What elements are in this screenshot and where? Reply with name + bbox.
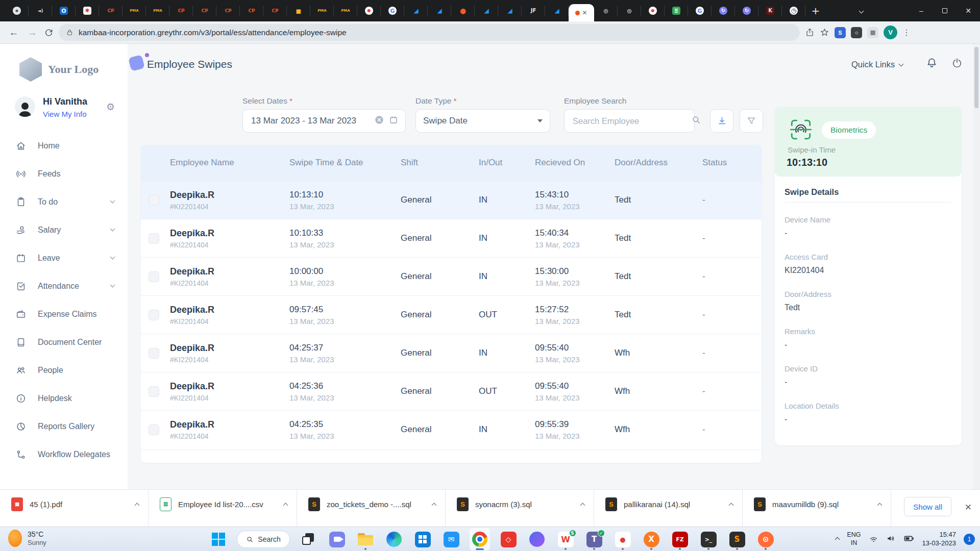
sidebar-item-expense-claims[interactable]: Expense Claims xyxy=(0,300,128,328)
extension-icon[interactable]: S xyxy=(835,27,846,38)
volume-icon[interactable] xyxy=(886,534,896,545)
chevron-up-icon[interactable] xyxy=(432,503,437,508)
weather-widget[interactable]: 35°C Sunny xyxy=(8,530,46,547)
tab-jf[interactable]: JF xyxy=(522,0,545,21)
filezilla-icon[interactable]: FZ xyxy=(670,528,690,550)
sidebar-item-document-center[interactable]: Document Center xyxy=(0,328,128,356)
terminal-icon[interactable]: >_ xyxy=(698,528,719,550)
tab-clock[interactable]: ◷ xyxy=(782,0,805,21)
sidebar-item-salary[interactable]: Salary xyxy=(0,216,128,244)
filter-button[interactable] xyxy=(740,109,763,133)
chat-icon[interactable] xyxy=(327,528,347,550)
sidebar-item-people[interactable]: People xyxy=(0,356,128,384)
minimize-button[interactable]: – xyxy=(910,0,933,21)
battery-icon[interactable] xyxy=(903,534,915,545)
row-checkbox[interactable] xyxy=(149,424,159,435)
edge-icon[interactable] xyxy=(384,528,404,550)
bookmark-star-icon[interactable] xyxy=(820,28,829,37)
refresh-button[interactable] xyxy=(44,28,54,37)
download-item[interactable]: Szoo_tickets_demo -....sql xyxy=(297,490,446,527)
row-checkbox[interactable] xyxy=(149,386,159,397)
profile-avatar[interactable]: V xyxy=(884,26,897,39)
calendar-icon[interactable] xyxy=(389,115,398,127)
ms-store-icon[interactable] xyxy=(412,528,433,550)
tab-cp[interactable]: CP xyxy=(216,0,240,21)
extension-icon[interactable]: ○ xyxy=(851,27,862,38)
browser-menu-icon[interactable]: ⋮ xyxy=(902,28,911,37)
tab-bookmark[interactable]: ✱ xyxy=(76,0,99,21)
sidebar-item-home[interactable]: Home xyxy=(0,132,128,160)
sidebar-item-leave[interactable]: Leave xyxy=(0,244,128,272)
table-row[interactable]: Deepika.R#KI220140410:13:1013 Mar, 2023G… xyxy=(141,181,762,219)
tab-map-pin[interactable]: ● xyxy=(357,0,381,21)
clock-widget[interactable]: 15:47 13-03-2023 xyxy=(922,531,957,548)
download-item[interactable]: Spallikaranai (14).sql xyxy=(594,490,743,527)
table-row[interactable]: Deepika.R#KI220140404:25:3713 Mar, 2023G… xyxy=(141,334,762,372)
tab-globe[interactable]: ⊕ xyxy=(594,0,618,21)
date-type-select[interactable]: Swipe Date xyxy=(415,109,550,133)
share-icon[interactable] xyxy=(805,28,815,37)
tab-cp[interactable]: CP xyxy=(193,0,216,21)
tab-orange-circle[interactable]: ● xyxy=(451,0,475,21)
row-checkbox[interactable] xyxy=(149,271,159,282)
tab-phpmyadmin[interactable]: PMA xyxy=(122,0,146,21)
extension-icon[interactable]: ▩ xyxy=(867,27,878,38)
chevron-up-icon[interactable] xyxy=(580,503,585,508)
table-row[interactable]: Deepika.R#KI220140410:00:0013 Mar, 2023G… xyxy=(141,257,762,295)
tab-k-rune[interactable]: K xyxy=(758,0,782,21)
page-scrollbar[interactable] xyxy=(973,44,980,490)
tab-sync-purple[interactable]: ↻ xyxy=(735,0,758,21)
tab-cp[interactable]: CP xyxy=(240,0,263,21)
maximize-button[interactable] xyxy=(933,0,957,21)
tab-outlook[interactable]: O xyxy=(52,0,76,21)
download-item[interactable]: ▤45 (1).pdf xyxy=(0,490,149,527)
tab-blue-sail[interactable]: ◢ xyxy=(404,0,428,21)
wifi-icon[interactable] xyxy=(869,534,878,545)
sidebar-item-feeds[interactable]: Feeds xyxy=(0,160,128,188)
tab-close-icon[interactable]: ✕ xyxy=(582,10,587,16)
sidebar-item-reports-gallery[interactable]: Reports Gallery xyxy=(0,412,128,440)
language-indicator[interactable]: ENG IN xyxy=(847,531,861,547)
download-button[interactable] xyxy=(710,109,733,133)
xampp-icon[interactable]: X xyxy=(641,528,662,550)
start-button[interactable] xyxy=(208,528,229,550)
sidebar-item-attendance[interactable]: Attendance xyxy=(0,272,128,300)
notification-count-badge[interactable]: 1 xyxy=(964,534,975,545)
address-bar[interactable]: kambaa-incorporation.greythr.com/v3/port… xyxy=(59,24,800,41)
file-explorer-icon[interactable] xyxy=(355,528,376,550)
tab-blue-sail[interactable]: ◢ xyxy=(475,0,498,21)
gear-icon[interactable]: ⚙ xyxy=(106,101,115,112)
logout-power-icon[interactable] xyxy=(951,58,963,71)
employee-search-input[interactable] xyxy=(572,116,686,127)
chevron-up-icon[interactable] xyxy=(135,503,140,508)
sidebar-item-to-do[interactable]: To do xyxy=(0,188,128,216)
table-row[interactable]: Deepika.R#KI220140409:57:4513 Mar, 2023G… xyxy=(141,295,762,334)
sublime-icon[interactable]: S xyxy=(727,528,747,550)
new-tab-button[interactable]: + xyxy=(805,0,826,21)
copilot-icon[interactable] xyxy=(527,528,547,550)
row-checkbox[interactable] xyxy=(149,348,159,359)
tab-speaker[interactable]: ◄) xyxy=(29,0,52,21)
teams-icon[interactable]: T✓ xyxy=(584,528,604,550)
tab-cp[interactable]: CP xyxy=(99,0,122,21)
sidebar-item-workflow-delegates[interactable]: Workflow Delegates xyxy=(0,440,128,468)
tab-cp[interactable]: CP xyxy=(263,0,287,21)
chrome-icon[interactable] xyxy=(470,528,490,550)
quick-links-menu[interactable]: Quick Links xyxy=(851,60,903,69)
table-row[interactable]: Deepika.R#KI220140410:10:3313 Mar, 2023G… xyxy=(141,219,762,257)
tab-phpmyadmin[interactable]: PMA xyxy=(334,0,357,21)
view-my-info-link[interactable]: View My Info xyxy=(43,110,87,118)
row-checkbox[interactable] xyxy=(149,310,159,320)
download-item[interactable]: Ssyonacrm (3).sql xyxy=(446,490,594,527)
downloads-close-icon[interactable]: ✕ xyxy=(965,502,972,513)
tab-blue-sail[interactable]: ◢ xyxy=(428,0,451,21)
record-dot-icon[interactable]: ● xyxy=(612,528,633,550)
tab-globe[interactable]: ⊕ xyxy=(618,0,641,21)
tab-search-chevron-icon[interactable] xyxy=(859,8,864,13)
tab-cp[interactable]: CP xyxy=(169,0,193,21)
tray-chevron-icon[interactable] xyxy=(835,537,840,542)
download-item[interactable]: ≣Employee Id list-20....csv xyxy=(149,490,297,527)
table-row[interactable]: Deepika.R#KI220140404:25:3613 Mar, 2023G… xyxy=(141,372,762,410)
table-row[interactable]: Deepika.R#KI220140404:25:3513 Mar, 2023G… xyxy=(141,410,762,448)
date-range-input[interactable] xyxy=(242,109,406,133)
